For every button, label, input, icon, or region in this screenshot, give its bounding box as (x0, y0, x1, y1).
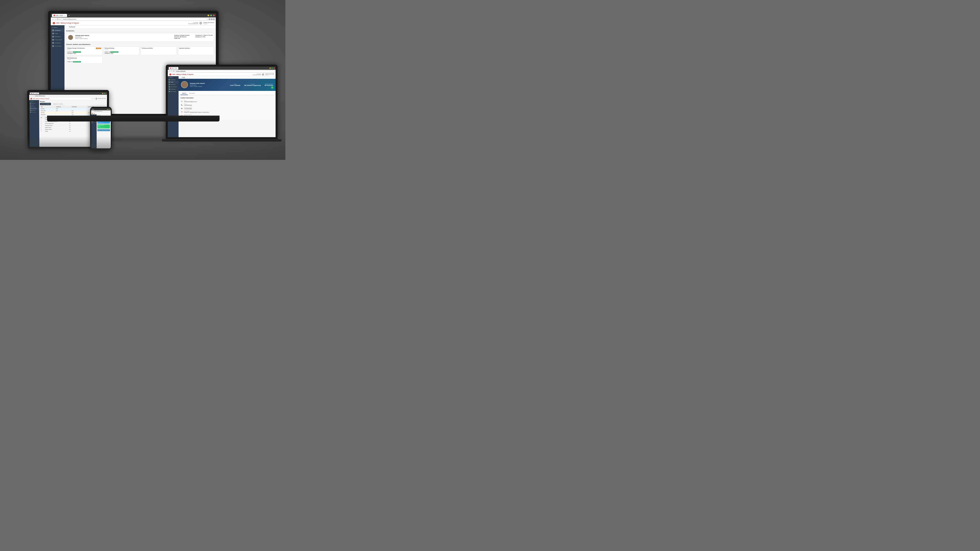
tablet-sb-exams[interactable]: Exams Result (29, 108, 39, 110)
user-role: Student (203, 23, 214, 24)
student-id: 00000000001 (75, 37, 89, 38)
minimize-button[interactable] (208, 15, 209, 16)
inprogress-label: Inprogress Cr: (196, 36, 203, 37)
course-card-5: Web Engineering CS-344 Credits: 4.0 Clas… (66, 56, 102, 64)
tablet-sb-dashboard[interactable]: Dashboard (29, 102, 39, 104)
phone-win-close[interactable] (109, 109, 110, 110)
profile-win-min[interactable] (269, 68, 270, 69)
profile-sb-exams[interactable]: Exams Result (168, 86, 178, 88)
tablet-win-max[interactable] (104, 93, 105, 94)
profile-nav-close[interactable]: × (177, 77, 178, 78)
tablet-nav-close[interactable]: × (38, 101, 38, 102)
profile-sb-exams-label: Exams Result (170, 86, 177, 87)
profile-sb-attendance[interactable]: Attendance (168, 83, 178, 86)
tablet-sb-enrollments-label: Enrollments (32, 110, 36, 111)
profile-sb-fee-label: Fee Invoices (170, 91, 176, 92)
tablet-user-name: Shahab Udin Hamid (98, 98, 106, 99)
profile-sb-enrollments-label: Enrollments (170, 89, 176, 90)
profile-url[interactable]: localhost:3000/profile (175, 70, 275, 72)
sidebar-item-attendance[interactable]: Attendance (51, 35, 65, 38)
profile-back[interactable]: ← (169, 70, 170, 72)
tablet-sb-fee[interactable]: Fee Invoices (29, 111, 39, 113)
td-gp: 95.4 (56, 108, 71, 110)
tablet-sb-attendance-label: Attendance (31, 106, 35, 107)
refresh-button[interactable]: ↻ (57, 18, 59, 20)
status-badge-1: Class in progress (73, 51, 81, 53)
sidebar-item-dashboard[interactable]: Dashboard (51, 29, 65, 32)
emergency-details: Emergency Contact +923225919583 (184, 107, 192, 110)
profile-sb-fee[interactable]: Fee Invoices (168, 91, 178, 93)
course-attendance-2: Attendance: 100% (105, 53, 138, 54)
tablet-tab-previous[interactable]: PREVIOUS COURSES (52, 103, 64, 105)
phone-course-type-2: Course Type: Compulsory (98, 127, 110, 128)
phone-course-2: Technical Writing HU-10 Credits: 3.0 Cou… (97, 124, 110, 129)
phone-back[interactable]: ← (92, 111, 93, 112)
back-button[interactable]: ← (52, 18, 54, 20)
profile-edit-button[interactable]: ✎ (271, 86, 274, 89)
new-tab-button[interactable]: + (68, 14, 71, 17)
email-details: Email shahabudin23@gmail.com (184, 100, 197, 102)
nav-close-icon[interactable]: × (62, 27, 63, 28)
profile-tab-about[interactable]: ABOUT (180, 92, 188, 95)
profile-tab[interactable]: CMS - NUST (169, 67, 178, 70)
emergency-value: +923225919583 (184, 108, 192, 110)
sidebar-item-enrollments[interactable]: Enrollments (51, 41, 65, 44)
tablet-back[interactable]: ← (30, 95, 31, 97)
tablet-sb-profile[interactable]: Profile (29, 104, 39, 106)
semester-stat-value: 5th Semester (265, 85, 273, 86)
profile-college: Military College of Signals (190, 86, 205, 87)
profile-sb-dashboard[interactable]: Dashboard (168, 79, 178, 81)
user-avatar (199, 22, 202, 24)
browser-tab[interactable]: CMS - NUST × (52, 14, 67, 17)
profile-nav: ← → ↻ localhost:3000/profile (168, 70, 275, 73)
tablet-sb-enrollments[interactable]: Enrollments (29, 110, 39, 111)
profile-win-max[interactable] (272, 68, 273, 69)
phone-sb-fee[interactable]: Fee (91, 123, 97, 124)
sidebar-item-fee[interactable]: Fee Invoices (51, 44, 65, 48)
course-card-1: Software Design & Architecture SE-210 Fa… (66, 46, 102, 55)
phone-icon: 📞 (180, 104, 183, 106)
profile-tab-biodata[interactable]: BIO DATA (188, 92, 196, 95)
th-term: Term (40, 106, 56, 108)
tablet-tab[interactable]: CMS - NUST (30, 92, 39, 94)
inprogress-cr: Inprogress Cr: 18.0 (196, 36, 212, 37)
user-info: Shahab Udin Hamid Student (203, 22, 214, 24)
forward-button[interactable]: → (54, 18, 56, 20)
tablet-forward[interactable]: → (32, 95, 33, 97)
phone-url[interactable]: localhost:3000/enrollments (93, 111, 110, 112)
exams-icon (52, 39, 54, 41)
url-bar[interactable]: localhost:3000/dashboard (61, 18, 207, 21)
profile-sb-enrollments[interactable]: Enrollments (168, 88, 178, 91)
tablet-tab-active[interactable]: ACTIVE COURSES (40, 103, 51, 105)
standing-label: Academic standing: (174, 35, 185, 36)
tablet-tab-label: CMS - NUST (32, 93, 38, 94)
classes-section-title: Classes, Grades and Attendance (66, 43, 214, 45)
app-title: CMS : Military College of Signals (56, 22, 79, 24)
tablet-win-min[interactable] (102, 93, 103, 94)
maximize-button[interactable] (210, 15, 212, 16)
tablet-sb-attendance[interactable]: Attendance (29, 106, 39, 108)
last-login: Last Login 08-03-2022 00:25:53 (188, 22, 198, 24)
phone-win-min[interactable] (107, 109, 108, 110)
profile-tabs: ABOUT BIO DATA (178, 91, 275, 95)
profile-refresh[interactable]: ↻ (173, 70, 175, 72)
profile-career-stat: Career Under Graduate (230, 84, 240, 86)
semester-value: 5th Semester (180, 36, 186, 37)
tab-close-icon[interactable]: × (65, 15, 65, 16)
course-card-2: Technical Writing HU-210 Credits: 3.0 Cl… (103, 46, 140, 55)
profile-fee-icon (169, 91, 170, 92)
tablet-win-close[interactable] (105, 93, 106, 94)
profile-favicon (170, 68, 171, 69)
tablet-url[interactable]: localhost:3000/dashboard (34, 95, 106, 97)
profile-forward[interactable]: → (171, 70, 172, 72)
profile-win-close[interactable] (274, 68, 275, 69)
attendance-icon (52, 36, 54, 37)
sidebar-item-profile[interactable]: Profile (51, 32, 65, 35)
profile-sb-profile[interactable]: Profile (168, 81, 178, 83)
course-credits-2: Credits: 3.0 Class in progress (105, 51, 138, 53)
phone-win-max[interactable] (108, 109, 109, 110)
tablet-header-right: Last Login Shahab Udin Hamid (91, 98, 106, 100)
sidebar-item-exams[interactable]: Exams Result (51, 38, 65, 41)
home-button[interactable]: ⌂ (59, 18, 60, 20)
close-button[interactable] (213, 15, 215, 16)
